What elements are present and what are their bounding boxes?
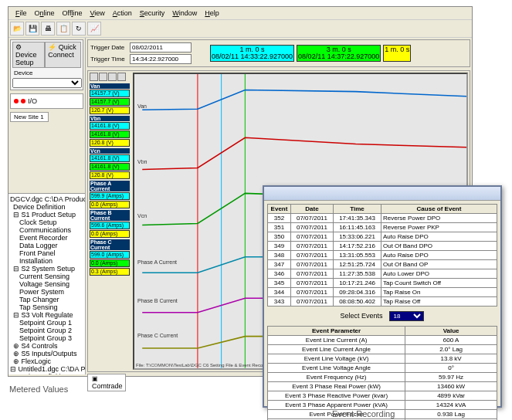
tree-node[interactable]: ⊕ FlexLogic — [10, 357, 83, 365]
group-phase-c: Phase C Current — [90, 239, 130, 250]
menu-online[interactable]: Online — [31, 8, 59, 18]
axis-label: Phase A Current — [137, 259, 177, 265]
axis-label: Vcn — [137, 213, 147, 218]
tree-node[interactable]: DGCV.dgc C:\DA Product\DGC▲ — [10, 195, 83, 203]
tool-copy-icon[interactable]: 📋 — [56, 22, 70, 36]
timestamp-post: 3 m. 0 s08/02/11 14:37:22.927000 — [297, 45, 381, 62]
menu-security[interactable]: Security — [136, 8, 169, 18]
chart-tool-icon[interactable] — [90, 73, 98, 81]
value-readout: 599.6 (Amps) — [90, 222, 130, 229]
column-header[interactable]: Date — [291, 205, 334, 214]
tree-node[interactable]: Data Logger — [10, 242, 83, 249]
tool-print-icon[interactable]: 🖶 — [41, 22, 55, 36]
menu-offline[interactable]: Offline — [59, 8, 86, 18]
tool-open-icon[interactable]: 📂 — [10, 22, 24, 36]
event-list-table[interactable]: EventDateTimeCause of Event 35207/07/201… — [267, 204, 497, 307]
event-recording-window: EventDateTimeCause of Event 35207/07/201… — [263, 185, 502, 408]
event-window-titlebar[interactable] — [264, 187, 500, 201]
tree-node[interactable]: Setpoint Group 3 — [10, 334, 83, 342]
select-events-label: Select Events — [341, 312, 383, 320]
device-tree[interactable]: DGCV.dgc C:\DA Product\DGC▲ Device Defin… — [8, 193, 85, 374]
tree-node[interactable]: Tap Changer — [10, 296, 83, 303]
column-header[interactable]: Cause of Event — [381, 205, 497, 214]
tool-chart-icon[interactable]: 📈 — [87, 22, 101, 36]
chart-tool-icon[interactable] — [99, 73, 107, 81]
table-row[interactable]: 34607/07/201111:27:35.538Auto Lower DPO — [268, 269, 497, 279]
tree-node[interactable]: Event Recorder — [10, 234, 83, 242]
value-readout: 14161.8 (V) — [90, 154, 130, 162]
tree-node[interactable]: ⊕ S5 Inputs/Outputs — [10, 350, 83, 357]
table-row[interactable]: 34907/07/201114:17:52.216Out Of Band DPO — [268, 242, 497, 251]
tree-node[interactable]: Clock Setup — [10, 218, 83, 226]
value-readout: 14161.8 (V) — [90, 130, 130, 138]
tree-node[interactable]: Front Panel — [10, 249, 83, 257]
tree-node[interactable]: Current Sensing — [10, 273, 83, 280]
tool-refresh-icon[interactable]: ↻ — [72, 22, 86, 36]
column-header: Value — [405, 327, 497, 336]
menu-window[interactable]: Window — [168, 8, 201, 18]
menu-view[interactable]: View — [86, 8, 108, 18]
tool-save-icon[interactable]: 💾 — [25, 22, 39, 36]
value-readout: 120.8 (V) — [90, 139, 130, 147]
table-row[interactable]: 35107/07/201116:11:45.163Reverse Power P… — [268, 223, 497, 232]
table-row[interactable]: 35007/07/201115:33:06.221Auto Raise DPO — [268, 232, 497, 242]
value-readout: 14157.7 (V) — [90, 98, 130, 106]
menu-action[interactable]: Action — [109, 8, 136, 18]
timestamp-window: 1 m. 0 s — [383, 45, 411, 62]
tree-node[interactable]: Device Definition — [10, 373, 83, 374]
tree-node[interactable]: Setpoint Group 1 — [10, 319, 83, 327]
menubar: File Online Offline View Action Security… — [8, 7, 472, 20]
led-icon — [21, 99, 25, 103]
column-header[interactable]: Time — [334, 205, 381, 214]
tree-node[interactable]: Setpoint Group 2 — [10, 327, 83, 334]
tab-device-setup[interactable]: ⚙ Device Setup — [12, 42, 45, 68]
trigger-time-input[interactable] — [130, 54, 192, 64]
tab-quick-connect[interactable]: ⚡ Quick Connect — [45, 42, 81, 68]
tree-node[interactable]: ⊕ S4 Controls — [10, 342, 83, 350]
device-setup-panel: ⚙ Device Setup ⚡ Quick Connect Device — [10, 39, 83, 90]
table-row[interactable]: 34307/07/201108:08:50.402Tap Raise Off — [268, 297, 497, 307]
tree-node[interactable]: ⊟ S2 System Setup — [10, 265, 83, 273]
chart-tool-icon[interactable] — [117, 73, 126, 81]
tree-node[interactable]: ⊟ S3 Volt Regulate — [10, 311, 83, 319]
table-row: Event Line Voltage (kV)13.8 kV — [268, 354, 497, 364]
timestamp-pre: 1 m. 0 s08/02/11 14:33:22.927000 — [210, 45, 294, 62]
tab-comtrade[interactable]: ▣ Comtrade — [87, 374, 126, 391]
caption-event: Event Recording — [332, 409, 395, 418]
site-tab[interactable]: New Site 1 — [10, 112, 49, 122]
value-readout: 120.8 (V) — [90, 171, 130, 179]
table-row: Event 3 Phase Reactive Power (kvar)4899 … — [268, 391, 497, 401]
column-header[interactable]: Event — [268, 205, 291, 214]
table-row: Event Frequency (Hz)59.97 Hz — [268, 373, 497, 382]
value-readout: 0.0 (Amps) — [90, 230, 130, 238]
table-row[interactable]: 34707/07/201112:51:25.724Out Of Band OP — [268, 260, 497, 269]
value-readout: 599.0 (Amps) — [90, 251, 130, 259]
event-parameter-table: Event ParameterValue Event Line Current … — [267, 326, 497, 420]
menu-help[interactable]: Help — [201, 8, 223, 18]
table-row[interactable]: 34807/07/201113:31:05.553Auto Raise DPO — [268, 251, 497, 260]
table-row[interactable]: 34407/07/201109:28:04.316Tap Raise On — [268, 288, 497, 297]
value-readout: 120.7 (V) — [90, 107, 130, 114]
trigger-date-input[interactable] — [130, 42, 192, 52]
trigger-time-label: Trigger Time — [90, 56, 127, 63]
tree-node[interactable]: Device Definition — [10, 203, 83, 211]
tree-node[interactable]: Tap Sensing — [10, 303, 83, 311]
tree-node[interactable]: Installation — [10, 257, 83, 265]
table-row[interactable]: 34507/07/201110:17:21.246Tap Count Switc… — [268, 279, 497, 288]
io-indicator[interactable]: I/O — [10, 93, 83, 109]
value-readout: 599.9 (Amps) — [90, 192, 130, 200]
value-readout: 14161.8 (V) — [90, 122, 130, 130]
menu-file[interactable]: File — [12, 8, 31, 18]
device-select[interactable] — [12, 78, 82, 88]
tree-node[interactable]: Power System — [10, 288, 83, 296]
axis-label: Van — [137, 103, 147, 109]
table-row[interactable]: 35207/07/201117:41:35.343Reverse Power D… — [268, 214, 497, 223]
tree-node[interactable]: Communications — [10, 226, 83, 234]
io-label: I/O — [28, 97, 37, 105]
value-readout: 0.3 (Amps) — [90, 268, 130, 276]
tree-node[interactable]: Voltage Sensing — [10, 280, 83, 288]
chart-tool-icon[interactable] — [108, 73, 117, 81]
select-events-dropdown[interactable]: 18 — [389, 311, 424, 321]
tree-node[interactable]: ⊟ Untitled1.dgc C:\DA Products\DG — [10, 365, 83, 373]
tree-node[interactable]: ⊟ S1 Product Setup — [10, 211, 83, 218]
